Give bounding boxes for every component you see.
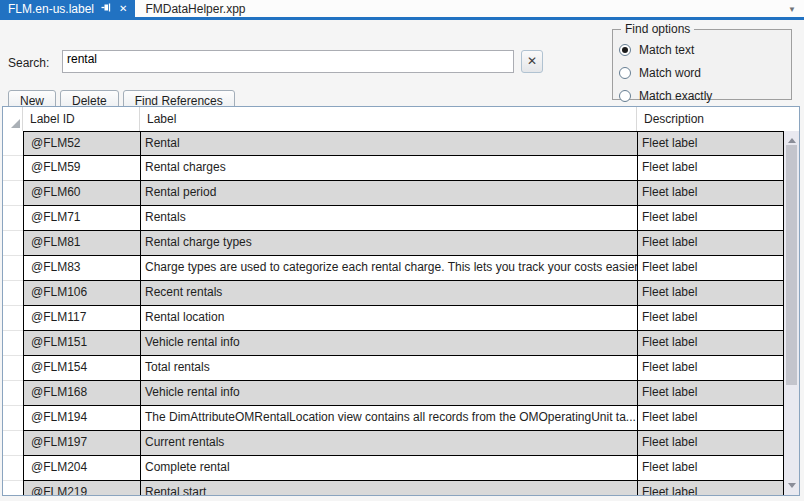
row-selector-cell[interactable] <box>3 406 23 431</box>
radio-option[interactable]: Match word <box>619 61 791 84</box>
vertical-scrollbar[interactable] <box>784 131 799 495</box>
cell-description[interactable]: Fleet label <box>637 481 784 495</box>
radio-button-icon[interactable] <box>619 67 631 79</box>
tab-overflow-arrow-icon[interactable]: ▼ <box>788 5 796 14</box>
cell-label[interactable]: Vehicle rental info <box>140 331 637 356</box>
table-row[interactable]: @FLM52 Rental Fleet label <box>3 131 784 156</box>
cell-label-id[interactable]: @FLM168 <box>23 381 140 406</box>
cell-label[interactable]: Total rentals <box>140 356 637 381</box>
cell-label-id[interactable]: @FLM83 <box>23 256 140 281</box>
row-selector-cell[interactable] <box>3 156 23 181</box>
row-selector-cell[interactable] <box>3 181 23 206</box>
grid-rows: @FLM52 Rental Fleet label @FLM59 Rental … <box>3 131 784 495</box>
clear-search-button[interactable]: ✕ <box>521 50 543 73</box>
radio-option[interactable]: Match exactly <box>619 84 791 107</box>
cell-label[interactable]: Rental charge types <box>140 231 637 256</box>
table-row[interactable]: @FLM204 Complete rental Fleet label <box>3 456 784 481</box>
cell-description[interactable]: Fleet label <box>637 331 784 356</box>
tab-flm-label[interactable]: FLM.en-us.label ✕ <box>0 0 135 17</box>
cell-label-id[interactable]: @FLM197 <box>23 431 140 456</box>
table-row[interactable]: @FLM71 Rentals Fleet label <box>3 206 784 231</box>
cell-description[interactable]: Fleet label <box>637 431 784 456</box>
cell-label[interactable]: Complete rental <box>140 456 637 481</box>
cell-description[interactable]: Fleet label <box>637 281 784 306</box>
radio-option[interactable]: Match text <box>619 38 791 61</box>
cell-label-id[interactable]: @FLM154 <box>23 356 140 381</box>
cell-description[interactable]: Fleet label <box>637 356 784 381</box>
pin-icon[interactable] <box>101 2 112 16</box>
find-options-group: Find options Match text Match word Match… <box>612 22 792 100</box>
row-selector-cell[interactable] <box>3 431 23 456</box>
row-selector-cell[interactable] <box>3 231 23 256</box>
row-selector-cell[interactable] <box>3 256 23 281</box>
radio-button-icon[interactable] <box>619 44 631 56</box>
cell-label-id[interactable]: @FLM106 <box>23 281 140 306</box>
row-selector-cell[interactable] <box>3 456 23 481</box>
find-options-title: Find options <box>621 22 694 36</box>
row-selector-cell[interactable] <box>3 356 23 381</box>
table-row[interactable]: @FLM154 Total rentals Fleet label <box>3 356 784 381</box>
cell-description[interactable]: Fleet label <box>637 206 784 231</box>
cell-label-id[interactable]: @FLM219 <box>23 481 140 495</box>
scroll-down-button[interactable] <box>784 478 799 493</box>
table-row[interactable]: @FLM197 Current rentals Fleet label <box>3 431 784 456</box>
cell-label-id[interactable]: @FLM60 <box>23 181 140 206</box>
cell-description[interactable]: Fleet label <box>637 456 784 481</box>
row-selector-cell[interactable] <box>3 331 23 356</box>
cell-description[interactable]: Fleet label <box>637 256 784 281</box>
cell-label-id[interactable]: @FLM151 <box>23 331 140 356</box>
table-row[interactable]: @FLM81 Rental charge types Fleet label <box>3 231 784 256</box>
tab-strip: FLM.en-us.label ✕ FMDataHelper.xpp ▼ <box>0 0 804 17</box>
column-header-label[interactable]: Label <box>140 107 637 131</box>
search-input[interactable] <box>62 50 514 73</box>
cell-description[interactable]: Fleet label <box>637 306 784 331</box>
column-header-label-id[interactable]: Label ID <box>23 107 140 131</box>
table-row[interactable]: @FLM219 Rental start Fleet label <box>3 481 784 495</box>
row-selector-cell[interactable] <box>3 131 23 156</box>
cell-label[interactable]: Rental location <box>140 306 637 331</box>
cell-description[interactable]: Fleet label <box>637 381 784 406</box>
cell-label[interactable]: Current rentals <box>140 431 637 456</box>
cell-label[interactable]: Rental <box>140 131 637 156</box>
table-row[interactable]: @FLM194 The DimAttributeOMRentalLocation… <box>3 406 784 431</box>
radio-button-icon[interactable] <box>619 90 631 102</box>
scrollbar-thumb[interactable] <box>786 145 797 385</box>
row-selector-cell[interactable] <box>3 281 23 306</box>
close-tab-icon[interactable]: ✕ <box>119 4 127 14</box>
cell-label-id[interactable]: @FLM194 <box>23 406 140 431</box>
cell-label[interactable]: Rental start <box>140 481 637 495</box>
cell-label[interactable]: Rental charges <box>140 156 637 181</box>
cell-label[interactable]: Recent rentals <box>140 281 637 306</box>
cell-label[interactable]: Vehicle rental info <box>140 381 637 406</box>
cell-description[interactable]: Fleet label <box>637 231 784 256</box>
cell-label-id[interactable]: @FLM117 <box>23 306 140 331</box>
row-selector-cell[interactable] <box>3 381 23 406</box>
cell-label[interactable]: Charge types are used to categorize each… <box>140 256 637 281</box>
table-row[interactable]: @FLM151 Vehicle rental info Fleet label <box>3 331 784 356</box>
cell-label-id[interactable]: @FLM52 <box>23 131 140 156</box>
cell-description[interactable]: Fleet label <box>637 181 784 206</box>
cell-description[interactable]: Fleet label <box>637 131 784 156</box>
cell-label-id[interactable]: @FLM59 <box>23 156 140 181</box>
cell-label[interactable]: Rental period <box>140 181 637 206</box>
table-row[interactable]: @FLM59 Rental charges Fleet label <box>3 156 784 181</box>
table-row[interactable]: @FLM117 Rental location Fleet label <box>3 306 784 331</box>
cell-label[interactable]: The DimAttributeOMRentalLocation view co… <box>140 406 637 431</box>
row-selector-cell[interactable] <box>3 481 23 495</box>
cell-label[interactable]: Rentals <box>140 206 637 231</box>
row-selector-cell[interactable] <box>3 206 23 231</box>
cell-label-id[interactable]: @FLM71 <box>23 206 140 231</box>
table-row[interactable]: @FLM106 Recent rentals Fleet label <box>3 281 784 306</box>
column-header-description[interactable]: Description <box>637 107 799 131</box>
table-row[interactable]: @FLM83 Charge types are used to categori… <box>3 256 784 281</box>
table-row[interactable]: @FLM168 Vehicle rental info Fleet label <box>3 381 784 406</box>
cell-label-id[interactable]: @FLM81 <box>23 231 140 256</box>
radio-label: Match text <box>639 43 694 57</box>
cell-label-id[interactable]: @FLM204 <box>23 456 140 481</box>
grid-corner-cell[interactable] <box>3 107 23 131</box>
table-row[interactable]: @FLM60 Rental period Fleet label <box>3 181 784 206</box>
cell-description[interactable]: Fleet label <box>637 406 784 431</box>
row-selector-cell[interactable] <box>3 306 23 331</box>
cell-description[interactable]: Fleet label <box>637 156 784 181</box>
tab-fmdatahelper[interactable]: FMDataHelper.xpp <box>135 0 255 17</box>
